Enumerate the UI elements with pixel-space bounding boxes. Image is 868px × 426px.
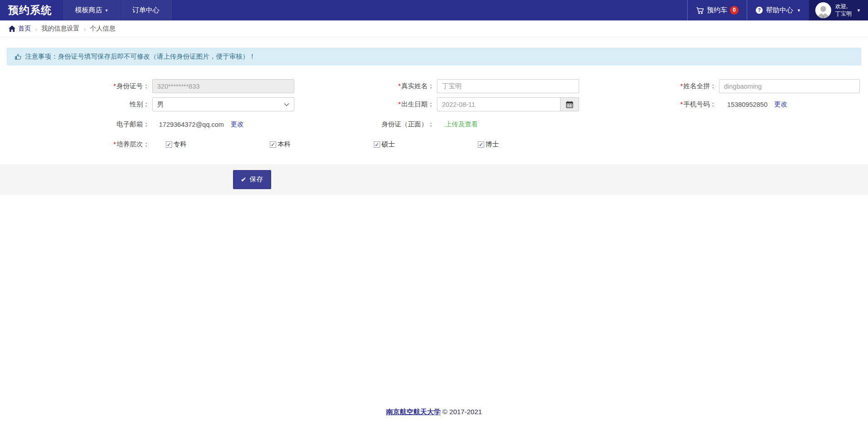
breadcrumb: 首页 › 我的信息设置 › 个人信息 (0, 20, 868, 37)
gender-select[interactable]: 男 (152, 97, 294, 111)
form-row: *培养层次： ✓ 专科 ✓ 本科 ✓ 硕士 ✓ 博士 (0, 137, 868, 151)
field-label: 培养层次： (117, 140, 150, 148)
field-label: 出生日期： (402, 100, 435, 108)
breadcrumb-item-current: 个人信息 (90, 25, 115, 33)
level-label: 硕士 (382, 140, 395, 149)
cart-icon (696, 6, 704, 15)
upload-view-id-link[interactable]: 上传及查看 (445, 120, 478, 129)
field-label: 身份证号： (117, 82, 150, 90)
notice-text: 注意事项：身份证号填写保存后即不可修改（请上传身份证图片，便于审核）！ (25, 52, 256, 61)
real-name-input[interactable] (437, 79, 579, 93)
field-gender: 性别： 男 (0, 97, 295, 111)
email-value: 1729364372@qq.com (152, 121, 224, 128)
level-checkbox-zhuanke[interactable]: ✓ 专科 (166, 140, 270, 149)
field-real-name: *真实姓名： (295, 79, 580, 93)
nav-item-template-store[interactable]: 模板商店 ▾ (63, 0, 120, 20)
calendar-icon (566, 101, 573, 108)
level-label: 本科 (278, 140, 291, 149)
breadcrumb-separator: › (84, 25, 86, 33)
page-footer: 南京航空航天大学 © 2017-2021 (0, 408, 868, 416)
chevron-down-icon: ▼ (857, 8, 861, 13)
nav-item-label: 订单中心 (132, 6, 159, 15)
nav-item-order-center[interactable]: 订单中心 (120, 0, 172, 20)
navbar-right: 预约车 0 ? 帮助中心 ▼ 欢 (687, 0, 868, 20)
top-navbar: 预约系统 模板商店 ▾ 订单中心 预约车 0 ? (0, 0, 868, 20)
level-label: 专科 (174, 140, 187, 149)
personal-info-form: *身份证号： *真实姓名： *姓名全拼： 性别： 男 *出生日期： (0, 65, 868, 195)
form-row: 性别： 男 *出生日期： (0, 97, 868, 111)
checkbox-checked-icon: ✓ (478, 141, 484, 148)
user-name: 丁宝明 (835, 10, 852, 17)
select-chevron-icon (284, 103, 289, 106)
check-icon: ✔ (241, 175, 247, 184)
field-levels: *培养层次： ✓ 专科 ✓ 本科 ✓ 硕士 ✓ 博士 (0, 137, 868, 151)
calendar-button[interactable] (560, 97, 579, 111)
level-checkbox-benke[interactable]: ✓ 本科 (270, 140, 374, 149)
phone-value: 15380952850 (719, 101, 768, 108)
gender-selected-value: 男 (157, 100, 164, 109)
field-label: 身份证（正面）： (382, 120, 434, 128)
form-row: 电子邮箱： 1729364372@qq.com 更改 身份证（正面）： 上传及查… (0, 117, 868, 131)
level-checkbox-shuoshi[interactable]: ✓ 硕士 (374, 140, 478, 149)
id-number-input[interactable] (152, 79, 294, 93)
form-row: *身份证号： *真实姓名： *姓名全拼： (0, 79, 868, 93)
checkbox-checked-icon: ✓ (270, 141, 276, 148)
cart-button[interactable]: 预约车 0 (687, 0, 747, 20)
pinyin-input[interactable] (719, 79, 860, 93)
change-phone-link[interactable]: 更改 (774, 100, 788, 109)
required-marker: * (398, 100, 401, 108)
required-marker: * (398, 82, 401, 90)
field-birth-date: *出生日期： (295, 97, 580, 111)
cart-label: 预约车 (707, 6, 727, 15)
level-checkbox-boshi[interactable]: ✓ 博士 (478, 140, 582, 149)
field-label: 姓名全拼： (684, 82, 717, 90)
save-button[interactable]: ✔ 保存 (233, 170, 271, 189)
field-label: 性别： (130, 100, 150, 108)
breadcrumb-item-settings: 我的信息设置 (41, 25, 79, 33)
home-icon (9, 25, 15, 32)
field-id-card-front: 身份证（正面）： 上传及查看 (295, 117, 580, 131)
save-band: ✔ 保存 (0, 164, 868, 195)
help-center-button[interactable]: ? 帮助中心 ▼ (747, 0, 809, 20)
change-email-link[interactable]: 更改 (231, 120, 244, 129)
user-greeting: 欢迎, 丁宝明 (835, 3, 852, 17)
field-label: 电子邮箱： (117, 120, 150, 128)
breadcrumb-home-link[interactable]: 首页 (9, 25, 31, 33)
birth-date-input[interactable] (437, 97, 560, 111)
app-logo[interactable]: 预约系统 (0, 0, 63, 20)
required-marker: * (114, 140, 116, 148)
user-menu[interactable]: 欢迎, 丁宝明 ▼ (809, 0, 868, 20)
field-label: 手机号码： (684, 100, 717, 108)
field-email: 电子邮箱： 1729364372@qq.com 更改 (0, 117, 295, 131)
level-label: 博士 (486, 140, 499, 149)
required-marker: * (114, 82, 116, 90)
required-marker: * (680, 82, 683, 90)
chevron-down-icon: ▼ (797, 8, 801, 13)
field-label: 真实姓名： (402, 82, 435, 90)
breadcrumb-separator: › (35, 25, 37, 33)
checkbox-checked-icon: ✓ (374, 141, 380, 148)
nav-item-label: 模板商店 (75, 6, 102, 15)
help-label: 帮助中心 (766, 6, 793, 15)
notice-bar: 注意事项：身份证号填写保存后即不可修改（请上传身份证图片，便于审核）！ (7, 48, 861, 65)
field-phone: *手机号码： 15380952850 更改 (580, 97, 868, 111)
required-marker: * (680, 100, 683, 108)
question-icon: ? (755, 6, 763, 14)
field-id-number: *身份证号： (0, 79, 295, 93)
field-pinyin: *姓名全拼： (580, 79, 868, 93)
svg-text:?: ? (758, 7, 761, 13)
hand-pointer-icon (15, 53, 22, 60)
university-link[interactable]: 南京航空航天大学 (386, 408, 441, 416)
chevron-down-icon: ▾ (105, 8, 108, 13)
cart-count-badge: 0 (730, 6, 739, 15)
avatar (815, 2, 831, 18)
checkbox-checked-icon: ✓ (166, 141, 172, 148)
save-button-label: 保存 (250, 175, 263, 184)
copyright-text: © 2017-2021 (442, 408, 482, 416)
